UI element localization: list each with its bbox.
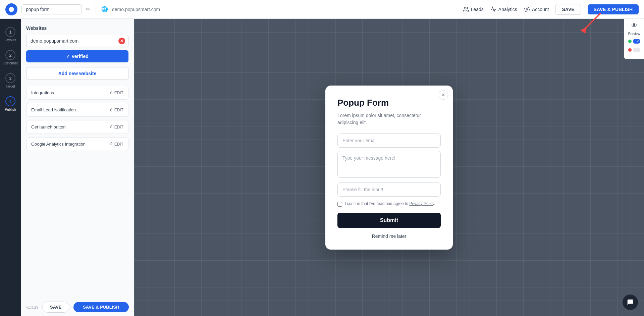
green-dot bbox=[628, 40, 632, 43]
step-label-2: Customize bbox=[2, 61, 18, 65]
toggle-x[interactable] bbox=[633, 48, 640, 52]
steps-sidebar: 1 Layouts 2 Customize 3 Target 4 Publish bbox=[0, 19, 21, 316]
leads-label: Leads bbox=[471, 7, 484, 12]
step-label-3: Target bbox=[6, 85, 15, 88]
google-analytics-label: Google Analytics Integration bbox=[31, 142, 86, 147]
toggle-check[interactable] bbox=[633, 39, 640, 44]
submit-button[interactable]: Submit bbox=[337, 213, 441, 228]
step-layouts[interactable]: 1 Layouts bbox=[0, 24, 21, 45]
modal-overlay: ✕ Popup Form Lorem ipsum dolor sit amet,… bbox=[134, 19, 644, 316]
version-tag: v1.3.29 bbox=[26, 305, 38, 309]
website-input-wrap: ✕ bbox=[26, 35, 128, 47]
analytics-label: Analytics bbox=[498, 7, 517, 12]
navbar-right: Leads Analytics Account SAVE SAVE & PUBL… bbox=[463, 4, 639, 15]
google-analytics-edit-btn[interactable]: EDIT bbox=[108, 142, 123, 147]
step-circle-4: 4 bbox=[5, 96, 15, 106]
analytics-nav-item[interactable]: Analytics bbox=[490, 6, 517, 12]
get-launch-edit-btn[interactable]: EDIT bbox=[108, 125, 123, 129]
email-lead-edit-btn[interactable]: EDIT bbox=[108, 108, 123, 112]
svg-point-8 bbox=[110, 144, 111, 145]
preview-panel: 👁 Preview bbox=[624, 19, 644, 59]
step-label-1: Layouts bbox=[4, 38, 16, 42]
account-nav-item[interactable]: Account bbox=[524, 6, 549, 12]
privacy-text: I confirm that I've read and agree to Pr… bbox=[345, 201, 435, 206]
privacy-link[interactable]: Privacy Policy bbox=[409, 201, 434, 206]
step-circle-1: 1 bbox=[5, 27, 15, 37]
websites-title: Websites bbox=[26, 25, 128, 31]
fill-input[interactable] bbox=[337, 182, 441, 197]
integrations-label: Integrations bbox=[31, 90, 54, 95]
google-analytics-row[interactable]: Google Analytics Integration EDIT bbox=[26, 137, 128, 151]
modal-close-button[interactable]: ✕ bbox=[439, 90, 448, 100]
toggle-row-2 bbox=[628, 48, 640, 52]
account-label: Account bbox=[532, 7, 549, 12]
step-customize[interactable]: 2 Customize bbox=[0, 47, 21, 68]
popup-modal: ✕ Popup Form Lorem ipsum dolor sit amet,… bbox=[325, 86, 453, 250]
privacy-checkbox[interactable] bbox=[337, 202, 342, 207]
svg-point-7 bbox=[110, 126, 111, 128]
popup-description: Lorem ipsum dolor sit amet, consectetur … bbox=[337, 112, 441, 126]
globe-icon: 🌐 bbox=[101, 6, 108, 12]
clear-website-icon[interactable]: ✕ bbox=[118, 38, 125, 44]
svg-point-6 bbox=[110, 109, 111, 111]
svg-point-2 bbox=[526, 8, 528, 10]
step-publish[interactable]: 4 Publish bbox=[0, 94, 21, 114]
save-button[interactable]: SAVE bbox=[555, 4, 581, 15]
step-target[interactable]: 3 Target bbox=[0, 70, 21, 91]
toggle-row-1 bbox=[628, 39, 640, 44]
save-publish-button[interactable]: SAVE & PUBLISH bbox=[588, 4, 639, 14]
svg-point-1 bbox=[464, 7, 466, 9]
remind-button[interactable]: Remind me later bbox=[337, 232, 441, 240]
popup-title: Popup Form bbox=[337, 98, 441, 108]
preview-label: Preview bbox=[628, 32, 640, 36]
logo[interactable] bbox=[5, 3, 17, 15]
canvas-area: 👁 Preview ✕ Popup Form Lorem ipsum dolor… bbox=[134, 19, 644, 316]
add-website-button[interactable]: Add new website bbox=[26, 67, 128, 80]
save-bottom-button[interactable]: SAVE bbox=[42, 302, 69, 313]
message-textarea[interactable] bbox=[337, 151, 441, 178]
eye-icon: 👁 bbox=[631, 22, 637, 29]
svg-point-5 bbox=[110, 92, 111, 94]
chat-bubble[interactable] bbox=[623, 295, 638, 310]
leads-nav-item[interactable]: Leads bbox=[463, 6, 484, 12]
verified-button[interactable]: ✓ Verified bbox=[26, 50, 128, 62]
get-launch-label: Get launch button bbox=[31, 124, 66, 129]
email-lead-notification-row[interactable]: Email Lead Notification EDIT bbox=[26, 103, 128, 117]
step-circle-3: 3 bbox=[5, 73, 15, 83]
step-circle-2: 2 bbox=[5, 50, 15, 60]
save-publish-bottom-button[interactable]: SAVE & PUBLISH bbox=[73, 302, 129, 312]
navbar: ✏ 🌐 demo.popupsmart.com Leads Analytics … bbox=[0, 0, 644, 19]
website-url-input[interactable] bbox=[26, 35, 128, 47]
email-lead-label: Email Lead Notification bbox=[31, 107, 76, 112]
step-label-4: Publish bbox=[5, 108, 16, 111]
bottom-bar: v1.3.29 SAVE SAVE & PUBLISH bbox=[21, 298, 134, 316]
pencil-icon[interactable]: ✏ bbox=[86, 6, 90, 12]
form-name-input[interactable] bbox=[21, 4, 82, 14]
privacy-checkbox-row: I confirm that I've read and agree to Pr… bbox=[337, 201, 441, 207]
navbar-url: demo.popupsmart.com bbox=[112, 7, 160, 12]
divider bbox=[96, 5, 96, 14]
email-input[interactable] bbox=[337, 134, 441, 148]
integrations-row[interactable]: Integrations EDIT bbox=[26, 86, 128, 100]
red-dot bbox=[628, 48, 632, 52]
integrations-edit-btn[interactable]: EDIT bbox=[108, 91, 123, 95]
settings-panel: Websites ✕ ✓ Verified Add new website In… bbox=[21, 19, 134, 316]
get-launch-button-row[interactable]: Get launch button EDIT bbox=[26, 120, 128, 134]
